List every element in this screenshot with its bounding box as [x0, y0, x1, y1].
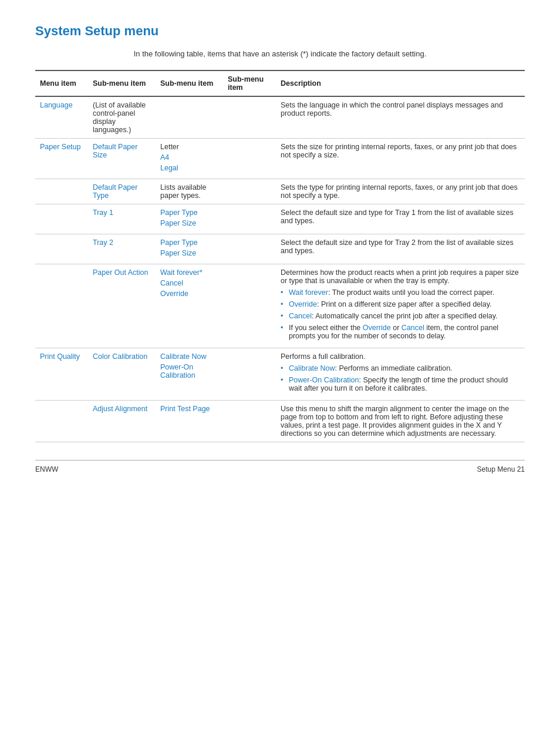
page-footer: ENWW Setup Menu 21 [35, 460, 525, 473]
cell-sub2: Paper TypePaper Size [156, 234, 223, 264]
cell-sub3 [223, 264, 276, 348]
header-sub2: Sub-menu item [156, 70, 223, 96]
bullet-item: Wait forever: The product waits until yo… [281, 288, 520, 297]
cell-menu-item: Paper Setup [35, 139, 88, 179]
page-subtitle: In the following table, items that have … [35, 49, 525, 58]
cell-description: Determines how the product reacts when a… [276, 264, 525, 348]
cell-sub2 [156, 96, 223, 139]
cell-sub1: Tray 2 [88, 234, 156, 264]
bullet-item: Power-On Calibration: Specify the length… [281, 376, 520, 392]
bullet-item: Override: Print on a different size pape… [281, 300, 520, 308]
table-row: Tray 1Paper TypePaper SizeSelect the def… [35, 204, 525, 234]
table-row: Paper SetupDefault Paper SizeLetterA4Leg… [35, 139, 525, 179]
table-row: Default Paper TypeLists available paper … [35, 179, 525, 204]
cell-sub3 [223, 348, 276, 401]
cell-menu-item [35, 234, 88, 264]
cell-sub2: Calibrate NowPower-On Calibration [156, 348, 223, 401]
cell-sub1: (List of available control-panel display… [88, 96, 156, 139]
table-row: Tray 2Paper TypePaper SizeSelect the def… [35, 234, 525, 264]
header-menu-item: Menu item [35, 70, 88, 96]
table-row: Paper Out ActionWait forever*CancelOverr… [35, 264, 525, 348]
cell-sub3 [223, 401, 276, 442]
cell-sub3 [223, 204, 276, 234]
bullet-item: Calibrate Now: Performs an immediate cal… [281, 364, 520, 372]
cell-menu-item [35, 179, 88, 204]
cell-sub1: Adjust Alignment [88, 401, 156, 442]
cell-sub2: Wait forever*CancelOverride [156, 264, 223, 348]
cell-sub2: Paper TypePaper Size [156, 204, 223, 234]
setup-menu-table: Menu item Sub-menu item Sub-menu item Su… [35, 70, 525, 442]
cell-description: Use this menu to shift the margin alignm… [276, 401, 525, 442]
table-row: Print QualityColor CalibrationCalibrate … [35, 348, 525, 401]
cell-menu-item: Print Quality [35, 348, 88, 401]
cell-sub3 [223, 234, 276, 264]
cell-description: Select the default size and type for Tra… [276, 234, 525, 264]
cell-sub2: Print Test Page [156, 401, 223, 442]
cell-sub3 [223, 96, 276, 139]
cell-sub1: Default Paper Type [88, 179, 156, 204]
cell-description: Performs a full calibration.Calibrate No… [276, 348, 525, 401]
bullet-item: Cancel: Automatically cancel the print j… [281, 312, 520, 320]
cell-sub1: Tray 1 [88, 204, 156, 234]
cell-sub3 [223, 139, 276, 179]
cell-description: Sets the language in which the control p… [276, 96, 525, 139]
cell-menu-item: Language [35, 96, 88, 139]
cell-description: Sets the type for printing internal repo… [276, 179, 525, 204]
header-sub3: Sub-menu item [223, 70, 276, 96]
cell-sub3 [223, 179, 276, 204]
cell-description: Select the default size and type for Tra… [276, 204, 525, 234]
cell-description: Sets the size for printing internal repo… [276, 139, 525, 179]
cell-menu-item [35, 401, 88, 442]
footer-left: ENWW [35, 465, 58, 473]
bullet-item: If you select either the Override or Can… [281, 324, 520, 340]
cell-sub1: Paper Out Action [88, 264, 156, 348]
page-title: System Setup menu [35, 23, 525, 39]
footer-right: Setup Menu 21 [477, 465, 525, 473]
table-row: Adjust AlignmentPrint Test PageUse this … [35, 401, 525, 442]
header-sub1: Sub-menu item [88, 70, 156, 96]
cell-sub1: Default Paper Size [88, 139, 156, 179]
cell-sub1: Color Calibration [88, 348, 156, 401]
cell-menu-item [35, 204, 88, 234]
header-description: Description [276, 70, 525, 96]
cell-menu-item [35, 264, 88, 348]
cell-sub2: Lists available paper types. [156, 179, 223, 204]
table-row: Language(List of available control-panel… [35, 96, 525, 139]
table-header-row: Menu item Sub-menu item Sub-menu item Su… [35, 70, 525, 96]
cell-sub2: LetterA4Legal [156, 139, 223, 179]
